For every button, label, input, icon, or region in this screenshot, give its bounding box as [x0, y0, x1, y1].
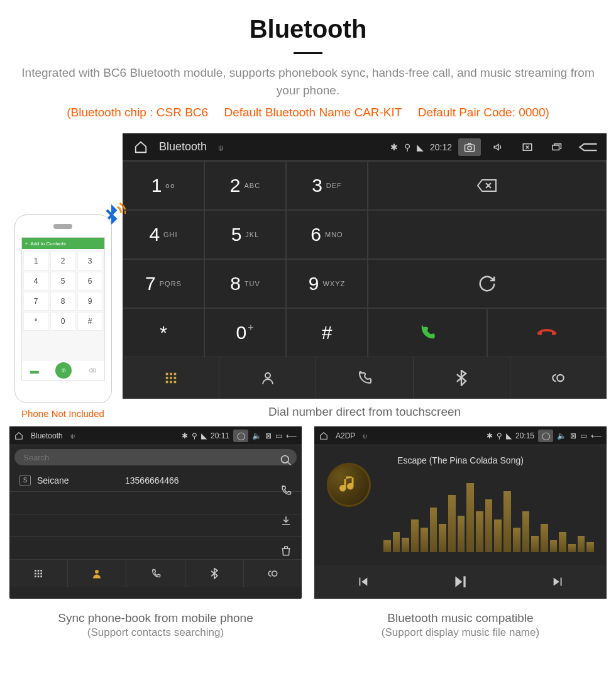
download-icon[interactable] [275, 509, 297, 532]
svg-rect-11 [170, 381, 172, 384]
key-4[interactable]: 4GHI [123, 210, 204, 259]
svg-rect-19 [38, 573, 40, 575]
song-title: Escape (The Pina Colada Song) [321, 455, 600, 465]
home-icon[interactable] [319, 431, 328, 440]
status-time: 20:15 [515, 431, 534, 440]
contact-name: Seicane [37, 475, 125, 486]
contacts-caption: Sync phone-book from mobile phone [9, 611, 302, 625]
backspace-button[interactable] [368, 161, 607, 210]
tab-contacts[interactable] [68, 560, 126, 587]
screenshot-button[interactable]: ◯ [538, 430, 553, 442]
status-title: A2DP [336, 431, 355, 440]
svg-rect-4 [165, 373, 168, 375]
statusbar-time: 20:12 [430, 142, 452, 152]
close-icon[interactable]: ⊠ [265, 431, 272, 440]
contacts-panel: Bluetooth ⍦ ✱⚲◣ 20:11 ◯ 🔈 ⊠ ▭ ⟵ S Seican… [9, 426, 302, 599]
key-star[interactable]: * [123, 308, 204, 357]
key-1[interactable]: 1ᴏᴏ [123, 161, 204, 210]
key-2[interactable]: 2ABC [204, 161, 286, 210]
close-icon[interactable]: ⊠ [570, 431, 576, 440]
tab-pairing[interactable] [510, 357, 607, 399]
screenshot-button[interactable]: ◯ [233, 430, 248, 442]
key-hash[interactable]: # [286, 308, 368, 357]
music-caption: Bluetooth music compatible [314, 611, 607, 625]
recent-apps-button[interactable] [545, 138, 568, 156]
specs-line: (Bluetooth chip : CSR BC6 Default Blueto… [0, 106, 616, 119]
svg-point-24 [95, 570, 99, 574]
phone-note: Phone Not Included [9, 408, 116, 419]
tab-dialpad[interactable] [123, 357, 219, 399]
svg-rect-8 [170, 377, 172, 379]
recent-icon[interactable]: ▭ [275, 431, 282, 440]
spec-name: Default Bluetooth Name CAR-KIT [224, 106, 402, 119]
svg-point-14 [282, 456, 289, 464]
visualizer [383, 470, 594, 552]
svg-rect-3 [553, 145, 559, 150]
status-time: 20:11 [211, 431, 229, 440]
key-3[interactable]: 3DEF [286, 161, 368, 210]
wifi-icon: ◣ [417, 142, 424, 152]
prev-track-button[interactable] [356, 575, 370, 589]
number-display [368, 210, 607, 259]
svg-rect-20 [40, 573, 42, 575]
screenshot-button[interactable] [458, 138, 481, 156]
svg-rect-23 [40, 575, 42, 577]
redial-button[interactable] [368, 259, 607, 308]
key-8[interactable]: 8TUV [204, 259, 286, 308]
tab-recent[interactable] [126, 560, 185, 587]
call-icon[interactable] [275, 479, 297, 502]
search-icon[interactable] [275, 449, 297, 472]
contact-badge: S [19, 475, 31, 486]
svg-rect-6 [173, 373, 176, 375]
svg-rect-7 [165, 377, 168, 379]
phone-mockup: +Add to Contacts 123 456 789 *0# ▬ ✆ ⌫ [14, 214, 112, 403]
volume-button[interactable] [487, 138, 510, 156]
home-icon[interactable] [14, 431, 23, 440]
svg-rect-16 [38, 570, 40, 572]
status-title: Bluetooth [31, 431, 63, 440]
spec-chip: (Bluetooth chip : CSR BC6 [67, 106, 208, 119]
back-button[interactable] [574, 138, 603, 156]
volume-icon[interactable]: 🔈 [557, 431, 566, 440]
tab-pairing[interactable] [244, 560, 302, 587]
tab-dialpad[interactable] [9, 560, 68, 587]
tab-bluetooth[interactable] [414, 357, 510, 399]
recent-icon[interactable]: ▭ [580, 431, 587, 440]
key-5[interactable]: 5JKL [204, 210, 286, 259]
music-caption-sub: (Support display music file name) [314, 626, 607, 639]
back-icon[interactable]: ⟵ [591, 431, 602, 440]
svg-rect-10 [165, 381, 168, 384]
svg-rect-9 [173, 377, 176, 379]
dialer-caption: Dial number direct from touchscreen [123, 405, 607, 419]
svg-rect-22 [38, 575, 40, 577]
volume-icon[interactable]: 🔈 [252, 431, 261, 440]
description: Integrated with BC6 Bluetooth module, su… [0, 64, 616, 99]
usb-icon: ⍦ [218, 142, 223, 152]
home-icon[interactable] [134, 140, 148, 154]
key-6[interactable]: 6MNO [286, 210, 368, 259]
play-pause-button[interactable] [452, 574, 468, 590]
key-9[interactable]: 9WXYZ [286, 259, 368, 308]
delete-icon[interactable] [275, 540, 297, 562]
close-app-button[interactable] [516, 138, 539, 156]
svg-rect-12 [173, 381, 176, 384]
contact-number: 13566664466 [125, 475, 179, 486]
call-button[interactable] [368, 308, 487, 357]
contacts-caption-sub: (Support contacts searching) [9, 626, 302, 639]
tab-bluetooth[interactable] [185, 560, 244, 587]
search-input[interactable] [14, 449, 297, 465]
contact-row[interactable]: S Seicane 13566664466 [9, 469, 302, 492]
svg-rect-15 [35, 570, 36, 572]
hangup-button[interactable] [487, 308, 607, 357]
next-track-button[interactable] [551, 575, 565, 589]
tab-recent[interactable] [316, 357, 413, 399]
svg-point-1 [468, 146, 471, 150]
tab-contacts[interactable] [219, 357, 316, 399]
key-7[interactable]: 7PQRS [123, 259, 204, 308]
title-underline [294, 52, 322, 54]
key-0[interactable]: 0+ [204, 308, 286, 357]
bluetooth-icon: ✱ [390, 142, 398, 152]
music-panel: A2DP ⍦ ✱⚲◣ 20:15 ◯ 🔈 ⊠ ▭ ⟵ Escape (The P… [314, 426, 607, 599]
back-icon[interactable]: ⟵ [286, 431, 297, 440]
svg-point-13 [265, 373, 270, 378]
